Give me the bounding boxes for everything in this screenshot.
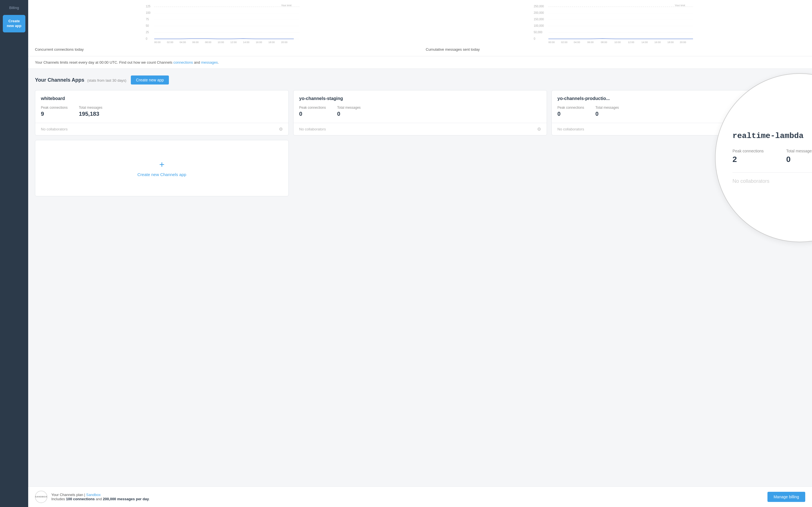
- svg-text:18:00: 18:00: [667, 41, 674, 44]
- svg-text:125: 125: [146, 5, 151, 8]
- svg-text:20:00: 20:00: [281, 41, 288, 44]
- svg-text:04:00: 04:00: [180, 41, 186, 44]
- whiteboard-collaborators: No collaborators: [41, 127, 68, 131]
- plan-info-line2: Includes 100 connections and 200,000 mes…: [51, 497, 150, 501]
- app-card-staging-footer: No collaborators ⚙: [294, 123, 547, 135]
- svg-text:250,000: 250,000: [534, 5, 544, 8]
- svg-text:0: 0: [534, 37, 536, 40]
- app-card-whiteboard-body: whiteboard Peak connections 9 Total mess…: [35, 91, 289, 123]
- plan-and: and: [95, 497, 103, 501]
- svg-text:16:00: 16:00: [256, 41, 262, 44]
- concurrent-chart-svg: 125 100 75 50 25 0 Your limit 00:00: [35, 4, 414, 44]
- svg-text:Your limit: Your limit: [675, 4, 685, 7]
- production-peak-value: 0: [557, 111, 584, 117]
- svg-text:75: 75: [146, 18, 149, 21]
- whiteboard-total-messages: Total messages 195,183: [79, 106, 102, 117]
- production-collaborators: No collaborators: [557, 127, 584, 131]
- whiteboard-peak-value: 9: [41, 111, 68, 117]
- staging-messages-value: 0: [337, 111, 361, 117]
- production-total-messages: Total messages 0: [596, 106, 619, 117]
- plan-info-line1: Your Channels plan | Sandbox: [51, 493, 150, 497]
- info-bar: Your Channels limits reset every day at …: [28, 56, 812, 69]
- svg-text:06:00: 06:00: [587, 41, 594, 44]
- zoom-app-name: realtime-lambda: [732, 131, 812, 140]
- apps-section: Your Channels Apps (stats from last 30 d…: [28, 69, 812, 203]
- apps-subtitle-text: (stats from last 30 days): [87, 78, 126, 82]
- apps-grid: whiteboard Peak connections 9 Total mess…: [35, 90, 805, 196]
- app-name-staging: yo-channels-staging: [299, 96, 541, 101]
- zoom-messages-label: Total messages: [786, 149, 812, 153]
- cumulative-chart-svg: 250,000 200,000 150,000 100,000 50,000 0…: [426, 4, 805, 44]
- connections-link[interactable]: connections: [173, 60, 193, 64]
- svg-text:08:00: 08:00: [601, 41, 607, 44]
- svg-text:14:00: 14:00: [243, 41, 250, 44]
- app-stats-staging: Peak connections 0 Total messages 0: [299, 106, 541, 117]
- staging-collaborators: No collaborators: [299, 127, 326, 131]
- plan-info: Your Channels plan | Sandbox Includes 10…: [51, 493, 150, 501]
- sidebar-create-new-app-button[interactable]: Create new app: [3, 15, 26, 33]
- app-card-whiteboard-footer: No collaborators ⚙: [35, 123, 289, 135]
- plan-text-before: Your Channels plan |: [51, 493, 86, 497]
- sidebar: Billing Create new app: [0, 0, 28, 507]
- svg-text:12:00: 12:00: [231, 41, 237, 44]
- svg-text:02:00: 02:00: [561, 41, 567, 44]
- app-card-staging-body: yo-channels-staging Peak connections 0 T…: [294, 91, 547, 123]
- staging-peak-value: 0: [299, 111, 326, 117]
- svg-text:0: 0: [146, 37, 147, 40]
- info-text-after: .: [218, 60, 219, 64]
- svg-text:00:00: 00:00: [154, 41, 161, 44]
- zoom-stats: Peak connections 2 Total messages 0: [732, 149, 812, 164]
- apps-header: Your Channels Apps (stats from last 30 d…: [35, 75, 805, 84]
- zoom-collaborators: No collaborators: [732, 172, 812, 184]
- svg-text:06:00: 06:00: [192, 41, 199, 44]
- create-new-channels-app-card[interactable]: + Create new Channels app: [35, 140, 289, 196]
- charts-section: 125 100 75 50 25 0 Your limit 00:00: [28, 0, 812, 56]
- svg-text:10:00: 10:00: [218, 41, 224, 44]
- production-messages-value: 0: [596, 111, 619, 117]
- plan-includes: Includes: [51, 497, 66, 501]
- whiteboard-messages-label: Total messages: [79, 106, 102, 110]
- staging-settings-icon[interactable]: ⚙: [537, 126, 541, 132]
- bottom-bar: SANDBOX Your Channels plan | Sandbox Inc…: [28, 487, 812, 507]
- plan-messages-bold: 200,000 messages per day: [103, 497, 149, 501]
- production-messages-label: Total messages: [596, 106, 619, 110]
- main-content: 125 100 75 50 25 0 Your limit 00:00: [28, 0, 812, 507]
- svg-text:14:00: 14:00: [642, 41, 648, 44]
- svg-text:25: 25: [146, 31, 149, 34]
- zoom-total-messages: Total messages 0: [786, 149, 812, 164]
- production-peak-connections: Peak connections 0: [557, 106, 584, 117]
- production-peak-label: Peak connections: [557, 106, 584, 110]
- zoom-peak-label: Peak connections: [732, 149, 764, 153]
- svg-text:100: 100: [146, 11, 151, 14]
- svg-text:12:00: 12:00: [628, 41, 635, 44]
- concurrent-connections-chart: 125 100 75 50 25 0 Your limit 00:00: [35, 4, 414, 52]
- apps-title-text: Your Channels Apps: [35, 77, 84, 83]
- concurrent-chart-title: Concurrent connections today: [35, 47, 414, 52]
- info-text-before: Your Channels limits reset every day at …: [35, 60, 173, 64]
- whiteboard-settings-icon[interactable]: ⚙: [279, 126, 283, 132]
- cumulative-messages-chart: 250,000 200,000 150,000 100,000 50,000 0…: [426, 4, 805, 52]
- svg-text:18:00: 18:00: [268, 41, 275, 44]
- plan-period: .: [149, 497, 150, 501]
- manage-billing-button[interactable]: Manage billing: [767, 492, 805, 502]
- whiteboard-messages-value: 195,183: [79, 111, 102, 117]
- bottom-left: SANDBOX Your Channels plan | Sandbox Inc…: [35, 491, 150, 503]
- svg-text:100,000: 100,000: [534, 24, 544, 27]
- sidebar-billing-label: Billing: [6, 3, 22, 13]
- messages-link[interactable]: messages: [201, 60, 218, 64]
- sandbox-badge: SANDBOX: [35, 491, 47, 503]
- svg-text:Your limit: Your limit: [281, 4, 292, 7]
- create-new-app-header-button[interactable]: Create new app: [131, 75, 169, 84]
- cumulative-chart-title: Cumulative messages sent today: [426, 47, 805, 52]
- apps-title: Your Channels Apps (stats from last 30 d…: [35, 77, 126, 83]
- svg-text:150,000: 150,000: [534, 18, 544, 21]
- app-stats-whiteboard: Peak connections 9 Total messages 195,18…: [41, 106, 283, 117]
- info-text-middle: and: [193, 60, 201, 64]
- create-new-channels-label: Create new Channels app: [137, 172, 186, 177]
- staging-peak-connections: Peak connections 0: [299, 106, 326, 117]
- zoom-messages-value: 0: [786, 155, 812, 164]
- sandbox-plan-link[interactable]: Sandbox: [86, 493, 101, 497]
- plus-icon: +: [159, 159, 165, 170]
- svg-text:08:00: 08:00: [205, 41, 211, 44]
- zoom-peak-value: 2: [732, 155, 764, 164]
